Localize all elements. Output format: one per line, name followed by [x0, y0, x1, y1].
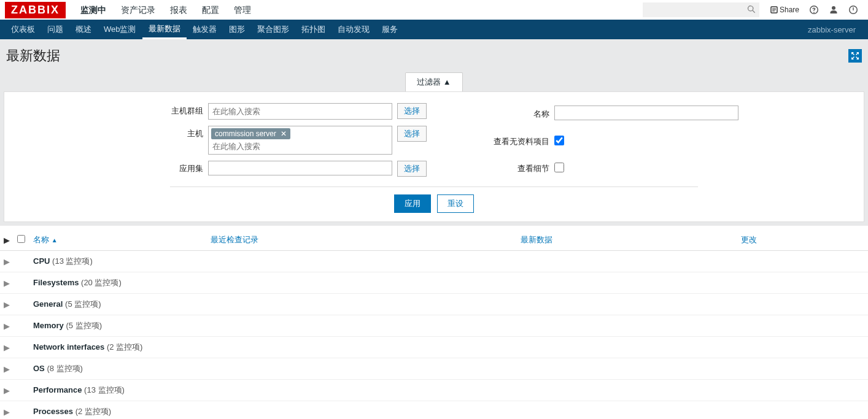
row-count: (2 监控项)	[107, 342, 143, 352]
host-tag[interactable]: commission server ✕	[211, 128, 290, 139]
show-details-checkbox[interactable]	[554, 163, 564, 172]
subnav-services[interactable]: 服务	[376, 20, 404, 39]
filter-divider	[170, 186, 698, 187]
expand-icon[interactable]: ▶	[0, 401, 14, 420]
logout-icon[interactable]	[848, 5, 858, 15]
col-name[interactable]: 名称 ▲	[29, 229, 207, 251]
col-change[interactable]: 更改	[737, 229, 868, 251]
expand-icon[interactable]: ▶	[0, 380, 14, 401]
checkbox-cell	[14, 358, 29, 380]
row-name-cell[interactable]: OS (8 监控项)	[29, 358, 868, 380]
filter-tab[interactable]: 过滤器 ▲	[405, 72, 462, 91]
name-input[interactable]	[554, 106, 738, 120]
row-name-cell[interactable]: Processes (2 监控项)	[29, 401, 868, 420]
share-button[interactable]: Share	[770, 6, 799, 14]
help-icon[interactable]	[809, 5, 819, 15]
subnav-dashboard[interactable]: 仪表板	[5, 20, 41, 39]
subnav-problems[interactable]: 问题	[41, 20, 69, 39]
table-row: ▶CPU (13 监控项)	[0, 251, 868, 272]
table-row: ▶Memory (5 监控项)	[0, 315, 868, 337]
row-name-cell[interactable]: CPU (13 监控项)	[29, 251, 868, 272]
hosts-select-button[interactable]: 选择	[397, 126, 427, 142]
application-input[interactable]	[208, 161, 392, 175]
topnav-reports[interactable]: 报表	[163, 0, 195, 20]
subnav-triggers[interactable]: 触发器	[187, 20, 223, 39]
row-count: (5 监控项)	[65, 299, 101, 309]
table-row: ▶Filesystems (20 监控项)	[0, 272, 868, 294]
logo: ZABBIX	[5, 2, 66, 18]
checkbox-cell	[14, 401, 29, 420]
row-app-name: General	[33, 299, 63, 309]
row-count: (8 监控项)	[47, 364, 83, 373]
hostgroups-select-button[interactable]: 选择	[397, 103, 427, 119]
checkbox-cell	[14, 294, 29, 315]
row-name-cell[interactable]: Performance (13 监控项)	[29, 380, 868, 401]
subnav-discovery[interactable]: 自动发现	[331, 20, 376, 39]
select-all-checkbox[interactable]	[17, 235, 25, 243]
expand-all-header[interactable]: ▶	[0, 229, 14, 251]
fullscreen-button[interactable]	[848, 49, 862, 63]
expand-icon[interactable]: ▶	[0, 337, 14, 358]
expand-icon[interactable]: ▶	[0, 251, 14, 272]
topnav-configuration[interactable]: 配置	[195, 0, 227, 20]
expand-icon[interactable]: ▶	[0, 272, 14, 294]
topnav-administration[interactable]: 管理	[227, 0, 258, 20]
host-tag-remove-icon[interactable]: ✕	[281, 129, 287, 138]
hostgroups-input[interactable]	[211, 105, 389, 118]
checkbox-cell	[14, 251, 29, 272]
name-label: 名称	[463, 106, 549, 120]
subnav-screens[interactable]: 聚合图形	[251, 20, 295, 39]
apply-button[interactable]: 应用	[394, 194, 431, 213]
row-name-cell[interactable]: Filesystems (20 监控项)	[29, 272, 868, 294]
row-name-cell[interactable]: General (5 监控项)	[29, 294, 868, 315]
select-all-header	[14, 229, 29, 251]
data-table: ▶ 名称 ▲ 最近检查记录 最新数据 更改 ▶CPU (13 监控项)▶File…	[0, 229, 868, 419]
subnav-web[interactable]: Web监测	[98, 20, 142, 39]
global-search-input[interactable]	[643, 2, 759, 17]
search-icon[interactable]	[747, 5, 756, 13]
table-row: ▶Network interfaces (2 监控项)	[0, 337, 868, 358]
row-count: (13 监控项)	[52, 256, 93, 266]
topnav-inventory[interactable]: 资产记录	[114, 0, 163, 20]
row-count: (20 监控项)	[81, 278, 122, 287]
filter-body: 主机群组 选择 主机 commission server ✕ 选择 应用集 选择	[4, 91, 864, 222]
checkbox-cell	[14, 272, 29, 294]
hosts-input[interactable]	[211, 140, 389, 153]
row-app-name: Network interfaces	[33, 342, 104, 352]
expand-icon[interactable]: ▶	[0, 315, 14, 337]
subnav-hostname[interactable]: zabbix-server	[800, 25, 863, 34]
row-name-cell[interactable]: Network interfaces (2 监控项)	[29, 337, 868, 358]
col-last-value[interactable]: 最新数据	[517, 229, 737, 251]
subnav-latest-data[interactable]: 最新数据	[142, 20, 187, 39]
show-details-label: 查看细节	[463, 161, 549, 174]
show-without-data-label: 查看无资料项目	[463, 134, 549, 147]
row-app-name: OS	[33, 364, 45, 373]
row-count: (5 监控项)	[66, 321, 102, 330]
table-row: ▶Processes (2 监控项)	[0, 401, 868, 420]
row-name-cell[interactable]: Memory (5 监控项)	[29, 315, 868, 337]
user-icon[interactable]	[829, 5, 839, 15]
hostgroups-label: 主机群组	[130, 103, 203, 117]
host-tag-label: commission server	[215, 129, 276, 138]
sort-asc-icon: ▲	[52, 237, 58, 244]
topnav-monitoring[interactable]: 监测中	[73, 0, 114, 20]
row-app-name: Memory	[33, 321, 64, 330]
col-last-check[interactable]: 最近检查记录	[207, 229, 517, 251]
row-app-name: Processes	[33, 407, 73, 416]
subnav-graphs[interactable]: 图形	[223, 20, 251, 39]
hostgroups-multiselect[interactable]	[208, 103, 392, 120]
show-without-data-checkbox[interactable]	[554, 136, 564, 145]
table-row: ▶General (5 监控项)	[0, 294, 868, 315]
expand-icon[interactable]: ▶	[0, 294, 14, 315]
share-label: Share	[780, 6, 799, 14]
application-select-button[interactable]: 选择	[397, 161, 427, 177]
table-row: ▶OS (8 监控项)	[0, 358, 868, 380]
row-app-name: Filesystems	[33, 278, 79, 287]
hosts-multiselect[interactable]: commission server ✕	[208, 126, 392, 155]
expand-icon[interactable]: ▶	[0, 358, 14, 380]
subnav-maps[interactable]: 拓扑图	[295, 20, 331, 39]
reset-button[interactable]: 重设	[437, 194, 474, 213]
page-title: 最新数据	[6, 47, 60, 65]
global-search-wrap	[643, 2, 759, 17]
row-app-name: Performance	[33, 385, 82, 394]
